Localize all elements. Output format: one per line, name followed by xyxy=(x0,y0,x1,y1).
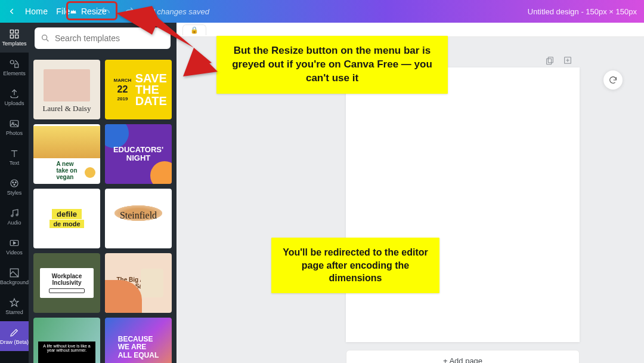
rail-templates-label: Templates xyxy=(2,41,26,47)
template-grid: Laurel & Daisy MARCH222019 SAVETHEDATE A… xyxy=(29,55,177,363)
template-thumb[interactable]: EDUCATORS'NIGHT xyxy=(105,124,172,184)
thumb-text: de mode xyxy=(49,220,83,228)
side-tool-rail: Templates Elements Uploads Photos Text S… xyxy=(0,23,29,363)
template-thumb[interactable]: Laurel & Daisy xyxy=(33,60,100,119)
annotation-note-1: But the Resize button on the menu bar is… xyxy=(216,36,448,94)
refresh-icon xyxy=(608,75,618,85)
rail-videos[interactable]: Videos xyxy=(0,232,29,262)
svg-rect-2 xyxy=(10,30,13,33)
annotation-note-2: You'll be redirected to the editor page … xyxy=(271,238,439,293)
template-thumb[interactable]: defilede mode xyxy=(33,189,100,248)
rail-styles-label: Styles xyxy=(7,190,22,196)
thumb-text: defile xyxy=(52,209,82,219)
audio-icon xyxy=(9,208,20,219)
svg-rect-20 xyxy=(547,59,552,64)
rail-starred[interactable]: Starred xyxy=(0,291,29,321)
duplicate-page-icon[interactable] xyxy=(545,56,555,65)
svg-rect-7 xyxy=(15,64,18,67)
rail-photos[interactable]: Photos xyxy=(0,112,29,142)
svg-rect-3 xyxy=(16,30,18,33)
svg-point-10 xyxy=(11,180,18,187)
videos-icon xyxy=(9,238,20,248)
thumb-text: BECAUSE WE ARE ALL EQUAL xyxy=(118,336,159,359)
top-menu-bar: Home File Resize All changes saved Untit… xyxy=(0,0,644,23)
rail-text-label: Text xyxy=(10,161,20,166)
template-thumb[interactable]: Steinfield xyxy=(105,189,172,248)
home-menu[interactable]: Home xyxy=(25,7,48,16)
rail-background-label: Background xyxy=(0,280,29,285)
uploads-icon xyxy=(9,88,20,99)
resync-button[interactable] xyxy=(603,70,623,90)
background-icon xyxy=(9,267,20,278)
elements-icon xyxy=(9,59,20,69)
annotation-arrow xyxy=(116,6,218,80)
svg-rect-19 xyxy=(548,57,553,63)
undo-icon[interactable] xyxy=(100,6,111,17)
rail-videos-label: Videos xyxy=(6,250,22,256)
thumb-text: Workplace Inclusivity xyxy=(52,273,82,286)
template-thumb[interactable]: A life without love is like a year witho… xyxy=(33,318,100,363)
rail-background[interactable]: Background xyxy=(0,262,29,291)
rail-draw-label: Draw (Beta) xyxy=(0,340,29,345)
document-title[interactable]: Untitled design - 150px × 150px xyxy=(528,7,637,16)
svg-point-18 xyxy=(42,35,47,40)
thumb-text: 22 xyxy=(110,84,135,95)
rail-uploads-label: Uploads xyxy=(4,101,24,106)
add-page-icon[interactable] xyxy=(563,56,572,65)
star-icon xyxy=(9,297,20,308)
styles-icon xyxy=(9,178,20,189)
template-thumb[interactable]: The Big Annual Super Sale xyxy=(105,253,172,313)
photos-icon xyxy=(9,118,20,129)
template-thumb[interactable]: Workplace Inclusivity xyxy=(33,253,100,313)
thumb-text: A new take on vegan xyxy=(52,158,80,183)
add-page-button[interactable]: + Add page xyxy=(346,350,580,363)
pencil-icon xyxy=(9,327,20,338)
rail-styles[interactable]: Styles xyxy=(0,172,29,202)
thumb-text: DATE xyxy=(135,94,167,107)
svg-marker-1 xyxy=(183,48,218,76)
back-chevron-icon[interactable] xyxy=(7,7,17,16)
rail-elements-label: Elements xyxy=(3,71,26,76)
templates-icon xyxy=(9,29,20,39)
page-tab-strip: 🔒 xyxy=(177,23,644,37)
template-thumb[interactable]: A new take on vegan xyxy=(33,124,100,184)
svg-point-6 xyxy=(10,60,14,64)
svg-point-14 xyxy=(11,215,13,217)
text-icon xyxy=(9,148,20,159)
svg-point-13 xyxy=(14,184,15,185)
search-icon xyxy=(41,33,50,43)
thumb-text: NIGHT xyxy=(126,153,150,162)
template-thumb[interactable]: BECAUSE WE ARE ALL EQUAL xyxy=(105,318,172,363)
svg-rect-5 xyxy=(16,35,18,38)
rail-draw[interactable]: Draw (Beta) xyxy=(0,321,29,351)
thumb-caption: Laurel & Daisy xyxy=(43,104,91,113)
rail-elements[interactable]: Elements xyxy=(0,53,29,82)
thumb-text: Steinfield xyxy=(120,210,157,221)
thumb-text: 2019 xyxy=(110,96,135,101)
svg-point-15 xyxy=(16,214,18,216)
rail-audio-label: Audio xyxy=(7,220,21,226)
rail-starred-label: Starred xyxy=(5,310,23,315)
rail-templates[interactable]: Templates xyxy=(0,23,29,53)
rail-uploads[interactable]: Uploads xyxy=(0,82,29,112)
svg-rect-4 xyxy=(10,35,13,38)
design-canvas[interactable] xyxy=(346,67,580,342)
svg-point-11 xyxy=(13,182,14,183)
rail-text[interactable]: Text xyxy=(0,142,29,172)
file-menu[interactable]: File xyxy=(56,7,70,16)
thumb-text: A life without love is like a year witho… xyxy=(38,342,95,363)
rail-photos-label: Photos xyxy=(6,131,23,136)
rail-audio[interactable]: Audio xyxy=(0,202,29,232)
svg-point-12 xyxy=(15,182,16,183)
